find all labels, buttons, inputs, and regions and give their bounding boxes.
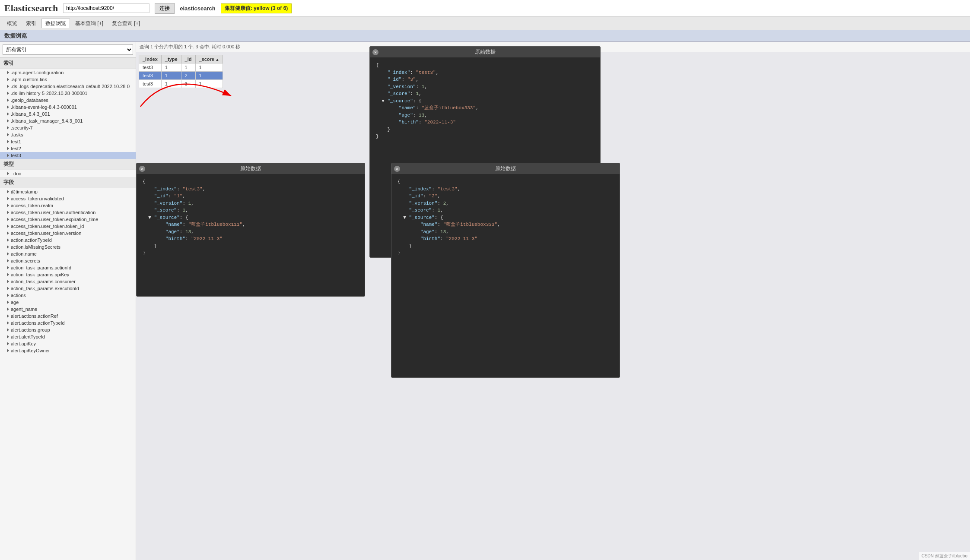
app-title: Elasticsearch (4, 3, 58, 14)
sidebar-item-test2[interactable]: test2 (0, 145, 136, 152)
table-row[interactable]: test3 1 1 1 (139, 63, 223, 72)
sidebar-item-label: .ds-ilm-history-5-2022.10.28-000001 (11, 91, 87, 96)
sidebar-item-label: .kibana_8.4.3_001 (11, 111, 50, 117)
sidebar-item-label: access_token.user_token.authentication (11, 210, 95, 215)
cell-id: 1 (181, 63, 195, 72)
raw-panel-2-body: { "_index": "test3", "_id": "3", "_versi… (370, 57, 600, 145)
col-header-type[interactable]: _type (161, 55, 181, 63)
sidebar-item-access-token-auth[interactable]: access_token.user_token.authentication (0, 209, 136, 216)
triangle-icon (7, 85, 9, 88)
sidebar-item-label: test1 (11, 139, 21, 144)
raw-panel-2-header: ✕ 原始数据 (370, 47, 600, 57)
footer-label: CSDN @蓝盒子itbluebo (922, 554, 967, 558)
sidebar-item-age[interactable]: age (0, 299, 136, 306)
sidebar-item-action-task-api-key[interactable]: action_task_params.apiKey (0, 271, 136, 278)
col-header-id[interactable]: _id (181, 55, 195, 63)
connect-button[interactable]: 连接 (155, 3, 175, 14)
table-row[interactable]: test3 1 3 1 (139, 80, 223, 88)
sidebar-item-label: .kibana_task_manager_8.4.3_001 (11, 118, 83, 123)
sidebar-item-agent-name[interactable]: agent_name (0, 306, 136, 313)
sidebar-item-apm-agent[interactable]: .apm-agent-configuration (0, 69, 136, 76)
sidebar-item-kibana-task[interactable]: .kibana_task_manager_8.4.3_001 (0, 117, 136, 124)
tab-composite-query[interactable]: 复合查询 [+] (108, 19, 143, 28)
index-selector[interactable]: 所有索引 (0, 42, 136, 58)
cell-score: 1 (195, 80, 223, 88)
raw-panel-1-header: ✕ 原始数据 (137, 163, 365, 174)
raw-panel-3-header: ✕ 原始数据 (391, 163, 620, 174)
tab-overview[interactable]: 概览 (3, 19, 21, 28)
sidebar-item-label: action.actionTypeId (11, 237, 52, 243)
cluster-name: elasticsearch (180, 5, 215, 12)
triangle-icon (7, 211, 9, 214)
sidebar-item-kibana-843[interactable]: .kibana_8.4.3_001 (0, 111, 136, 117)
triangle-icon (7, 92, 9, 95)
sidebar-item-access-token-invalidated[interactable]: access_token.invalidated (0, 195, 136, 202)
sidebar-item-kibana-event[interactable]: .kibana-event-log-8.4.3-000001 (0, 104, 136, 111)
sidebar-item-access-token-exp[interactable]: access_token.user_token.expiration_time (0, 216, 136, 223)
sidebar-item-action-name[interactable]: action.name (0, 250, 136, 257)
sidebar-item-alert-actions-ref[interactable]: alert.actions.actionRef (0, 313, 136, 320)
sidebar-item-alert-actions-group[interactable]: alert.actions.group (0, 326, 136, 333)
raw-panel-3-close[interactable]: ✕ (394, 166, 400, 172)
sidebar-item-test3[interactable]: test3 (0, 152, 136, 159)
sidebar-section-field: 字段 (0, 177, 136, 188)
main-layout: 所有索引 索引 .apm-agent-configuration .apm-cu… (0, 42, 970, 560)
sidebar-item-security[interactable]: .security-7 (0, 124, 136, 131)
raw-panel-2-close[interactable]: ✕ (372, 49, 378, 55)
index-select[interactable]: 所有索引 (3, 44, 133, 55)
sidebar-item-ds-logs[interactable]: .ds-.logs-deprecation.elasticsearch-defa… (0, 83, 136, 90)
raw-panel-3-title: 原始数据 (495, 165, 516, 172)
sidebar-item-action-type-id[interactable]: action.actionTypeId (0, 237, 136, 244)
cell-score: 1 (195, 72, 223, 80)
sidebar-item-label: alert.apiKey (11, 341, 36, 346)
raw-panel-1-close[interactable]: ✕ (139, 166, 145, 172)
sidebar-item-doc[interactable]: _doc (0, 170, 136, 177)
triangle-icon (7, 259, 9, 263)
sidebar-item-action-missing-secrets[interactable]: action.isMissingSecrets (0, 244, 136, 250)
sidebar-item-label: access_token.realm (11, 203, 53, 208)
sidebar-item-label: access_token.invalidated (11, 196, 64, 201)
raw-panel-2-title: 原始数据 (475, 48, 496, 56)
sidebar-item-alert-type-id[interactable]: alert.alertTypeId (0, 333, 136, 340)
sidebar-item-test1[interactable]: test1 (0, 138, 136, 145)
sidebar-item-tasks[interactable]: .tasks (0, 131, 136, 138)
tab-indices[interactable]: 索引 (22, 19, 40, 28)
sidebar-item-action-task-action-id[interactable]: action_task_params.actionId (0, 264, 136, 271)
sidebar-item-access-token-id[interactable]: access_token.user_token.token_id (0, 223, 136, 230)
col-header-score[interactable]: _score (195, 55, 223, 63)
sidebar-item-label: .geoip_databases (11, 98, 48, 103)
triangle-icon (7, 71, 9, 74)
cell-type: 1 (161, 63, 181, 72)
tab-browser[interactable]: 数据浏览 (41, 19, 70, 28)
sidebar-item-apm-custom[interactable]: .apm-custom-link (0, 76, 136, 83)
col-header-index[interactable]: _index (139, 55, 162, 63)
sidebar-item-alert-api-key[interactable]: alert.apiKey (0, 340, 136, 347)
sidebar-item-access-token-version[interactable]: access_token.user_token.version (0, 230, 136, 237)
sidebar-item-access-token-realm[interactable]: access_token.realm (0, 202, 136, 209)
triangle-icon (7, 218, 9, 221)
raw-panel-1-title: 原始数据 (240, 165, 261, 172)
sidebar-item-timestamp[interactable]: @timestamp (0, 188, 136, 195)
triangle-icon (7, 78, 9, 81)
sidebar-item-ds-ilm[interactable]: .ds-ilm-history-5-2022.10.28-000001 (0, 90, 136, 97)
tab-basic-query[interactable]: 基本查询 [+] (72, 19, 107, 28)
url-input[interactable] (63, 3, 149, 13)
raw-panel-1-body: { "_index": "test3", "_id": "1", "_versi… (137, 174, 365, 261)
table-row[interactable]: test3 1 2 1 (139, 72, 223, 80)
triangle-icon (7, 273, 9, 276)
sidebar-item-label: action_task_params.apiKey (11, 272, 69, 277)
triangle-icon (7, 301, 9, 304)
sidebar-item-action-task-consumer[interactable]: action_task_params.consumer (0, 278, 136, 285)
sidebar-item-action-secrets[interactable]: action.secrets (0, 257, 136, 264)
triangle-icon (7, 280, 9, 283)
sidebar-item-alert-api-key-owner[interactable]: alert.apiKeyOwner (0, 347, 136, 354)
cell-type: 1 (161, 80, 181, 88)
sidebar-item-actions[interactable]: actions (0, 292, 136, 299)
sidebar-item-geoip[interactable]: .geoip_databases (0, 97, 136, 104)
triangle-icon (7, 342, 9, 345)
sidebar-item-action-task-exec-id[interactable]: action_task_params.executionId (0, 285, 136, 292)
health-badge: 集群健康值: yellow (3 of 6) (221, 3, 292, 13)
cell-id: 2 (181, 72, 195, 80)
triangle-icon (7, 231, 9, 235)
sidebar-item-alert-actions-type[interactable]: alert.actions.actionTypeId (0, 320, 136, 326)
